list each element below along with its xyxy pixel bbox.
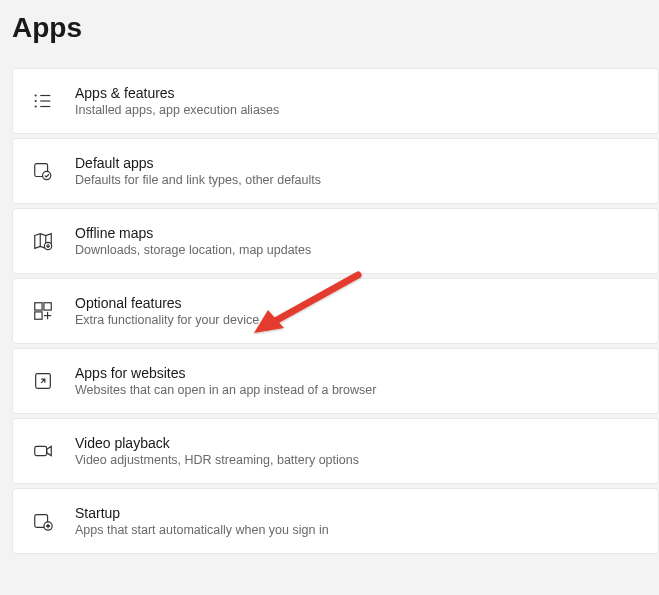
video-playback-icon — [31, 439, 55, 463]
item-subtitle: Defaults for file and link types, other … — [75, 173, 321, 187]
settings-item-optional-features[interactable]: Optional features Extra functionality fo… — [12, 278, 659, 344]
item-subtitle: Apps that start automatically when you s… — [75, 523, 329, 537]
startup-icon — [31, 509, 55, 533]
item-title: Default apps — [75, 155, 321, 171]
svg-rect-12 — [44, 303, 51, 310]
settings-item-video-playback[interactable]: Video playback Video adjustments, HDR st… — [12, 418, 659, 484]
item-title: Offline maps — [75, 225, 311, 241]
item-subtitle: Installed apps, app execution aliases — [75, 103, 279, 117]
item-title: Optional features — [75, 295, 259, 311]
item-subtitle: Websites that can open in an app instead… — [75, 383, 376, 397]
svg-rect-11 — [35, 303, 42, 310]
svg-point-1 — [35, 100, 37, 102]
svg-rect-17 — [35, 446, 47, 455]
item-subtitle: Downloads, storage location, map updates — [75, 243, 311, 257]
optional-features-icon — [31, 299, 55, 323]
settings-item-offline-maps[interactable]: Offline maps Downloads, storage location… — [12, 208, 659, 274]
page-title: Apps — [0, 0, 659, 68]
default-apps-icon — [31, 159, 55, 183]
item-title: Startup — [75, 505, 329, 521]
svg-point-7 — [43, 171, 51, 179]
settings-item-apps-features[interactable]: Apps & features Installed apps, app exec… — [12, 68, 659, 134]
svg-rect-13 — [35, 312, 42, 319]
item-title: Apps for websites — [75, 365, 376, 381]
item-subtitle: Extra functionality for your device — [75, 313, 259, 327]
item-subtitle: Video adjustments, HDR streaming, batter… — [75, 453, 359, 467]
apps-features-icon — [31, 89, 55, 113]
settings-item-default-apps[interactable]: Default apps Defaults for file and link … — [12, 138, 659, 204]
item-title: Video playback — [75, 435, 359, 451]
apps-websites-icon — [31, 369, 55, 393]
offline-maps-icon — [31, 229, 55, 253]
svg-point-2 — [35, 105, 37, 107]
settings-item-startup[interactable]: Startup Apps that start automatically wh… — [12, 488, 659, 554]
svg-point-0 — [35, 94, 37, 96]
settings-list: Apps & features Installed apps, app exec… — [0, 68, 659, 554]
item-title: Apps & features — [75, 85, 279, 101]
settings-item-apps-websites[interactable]: Apps for websites Websites that can open… — [12, 348, 659, 414]
